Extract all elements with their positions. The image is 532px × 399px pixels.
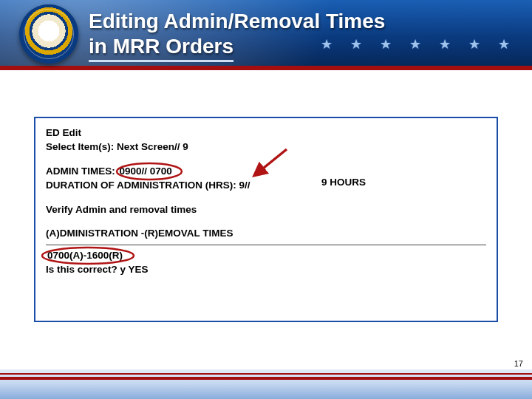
star-icon: ★ — [439, 36, 451, 52]
star-row: ★ ★ ★ ★ ★ ★ ★ — [321, 36, 510, 52]
line-ed-edit: ED Edit — [46, 127, 486, 140]
page-number: 17 — [514, 359, 523, 368]
terminal-box: ED Edit Select Item(s): Next Screen// 9 … — [34, 117, 498, 322]
line-select-items: Select Item(s): Next Screen// 9 — [46, 141, 486, 154]
svg-point-2 — [42, 248, 134, 264]
admin-times-value-circled: 0900// 0700 — [118, 166, 174, 178]
ar-value-circled: 0700(A)-1600(R) — [46, 250, 124, 262]
star-icon: ★ — [321, 36, 332, 52]
line-admin-times: ADMIN TIMES: 0900// 0700 — [46, 166, 486, 178]
title-line-1: Editing Admin/Removal Times — [89, 10, 385, 33]
svg-point-1 — [117, 163, 182, 180]
line-ar-value: 0700(A)-1600(R) — [46, 250, 486, 262]
circle-annotation-icon — [41, 245, 139, 266]
slide-header: Editing Admin/Removal Times in MRR Order… — [0, 0, 532, 68]
line-ar-header: (A)DMINISTRATION -(R)EMOVAL TIMES — [46, 228, 486, 240]
star-icon: ★ — [468, 36, 480, 52]
line-verify: Verify Admin and removal times — [46, 204, 486, 216]
footer-red-band — [0, 377, 532, 380]
star-icon: ★ — [498, 36, 510, 52]
line-duration: DURATION OF ADMINISTRATION (HRS): 9// — [46, 180, 486, 192]
star-icon: ★ — [350, 36, 362, 52]
admin-times-label: ADMIN TIMES: — [46, 166, 115, 177]
circle-annotation-icon — [114, 161, 185, 182]
va-seal-icon — [19, 4, 78, 64]
star-icon: ★ — [380, 36, 392, 52]
star-icon: ★ — [409, 36, 421, 52]
slide: Editing Admin/Removal Times in MRR Order… — [0, 0, 532, 399]
footer-red-band-thin — [0, 373, 532, 375]
slide-footer — [0, 369, 532, 399]
title-line-2: in MRR Orders — [89, 34, 233, 62]
